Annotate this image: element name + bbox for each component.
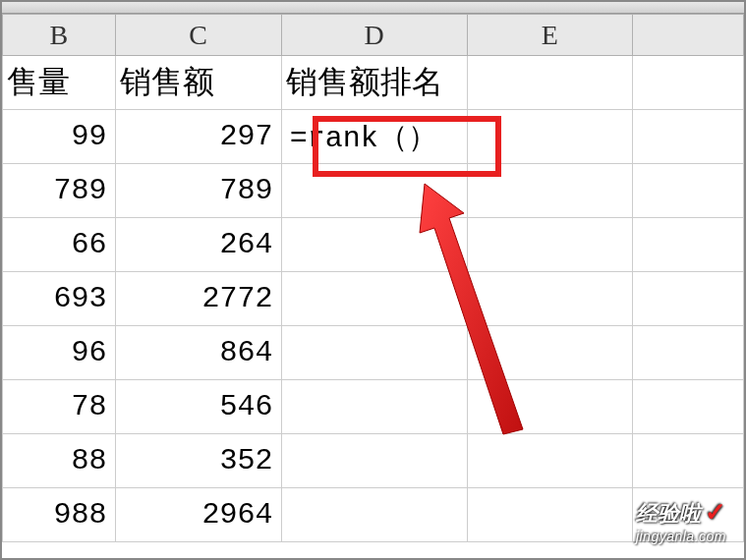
cell-e9[interactable] bbox=[467, 488, 632, 542]
cell-d8[interactable] bbox=[281, 434, 467, 488]
cell-e4[interactable] bbox=[467, 218, 632, 272]
checkmark-icon: ✓ bbox=[705, 498, 726, 527]
cell-c2[interactable]: 297 bbox=[115, 110, 281, 164]
cell-c8[interactable]: 352 bbox=[115, 434, 281, 488]
cell-f6[interactable] bbox=[633, 326, 744, 380]
cell-c3[interactable]: 789 bbox=[115, 164, 281, 218]
header-sales-amount[interactable]: 销售额 bbox=[115, 56, 281, 110]
table-row: 99 297 =rank（） bbox=[3, 110, 744, 164]
cell-e3[interactable] bbox=[467, 164, 632, 218]
cell-b2[interactable]: 99 bbox=[3, 110, 116, 164]
cell-d6[interactable] bbox=[281, 326, 467, 380]
table-row: 693 2772 bbox=[3, 272, 744, 326]
cell-c9[interactable]: 2964 bbox=[115, 488, 281, 542]
cell-d5[interactable] bbox=[281, 272, 467, 326]
cell-b7[interactable]: 78 bbox=[3, 380, 116, 434]
cell-d2-formula[interactable]: =rank（） bbox=[281, 110, 467, 164]
cell-b8[interactable]: 88 bbox=[3, 434, 116, 488]
table-header-row: 售量 销售额 销售额排名 bbox=[3, 56, 744, 110]
cell-e-header[interactable] bbox=[467, 56, 632, 110]
cell-f2[interactable] bbox=[633, 110, 744, 164]
cell-e5[interactable] bbox=[467, 272, 632, 326]
table-row: 96 864 bbox=[3, 326, 744, 380]
col-header-d[interactable]: D bbox=[281, 15, 467, 56]
cell-f-header[interactable] bbox=[633, 56, 744, 110]
spreadsheet-grid[interactable]: B C D E 售量 销售额 销售额排名 99 297 =rank（） 789 … bbox=[2, 14, 744, 542]
cell-d3[interactable] bbox=[281, 164, 467, 218]
cell-e6[interactable] bbox=[467, 326, 632, 380]
cell-e8[interactable] bbox=[467, 434, 632, 488]
window-top-bar bbox=[2, 2, 744, 14]
cell-d4[interactable] bbox=[281, 218, 467, 272]
table-row: 88 352 bbox=[3, 434, 744, 488]
cell-c7[interactable]: 546 bbox=[115, 380, 281, 434]
table-row: 66 264 bbox=[3, 218, 744, 272]
watermark-url: jingyanla.com bbox=[636, 529, 726, 544]
cell-c4[interactable]: 264 bbox=[115, 218, 281, 272]
cell-f3[interactable] bbox=[633, 164, 744, 218]
cell-e7[interactable] bbox=[467, 380, 632, 434]
col-header-c[interactable]: C bbox=[115, 15, 281, 56]
cell-f8[interactable] bbox=[633, 434, 744, 488]
cell-d9[interactable] bbox=[281, 488, 467, 542]
table-row: 789 789 bbox=[3, 164, 744, 218]
cell-b6[interactable]: 96 bbox=[3, 326, 116, 380]
watermark: 经验啦 ✓ jingyanla.com bbox=[636, 497, 726, 544]
header-sales-rank[interactable]: 销售额排名 bbox=[281, 56, 467, 110]
cell-c6[interactable]: 864 bbox=[115, 326, 281, 380]
cell-c5[interactable]: 2772 bbox=[115, 272, 281, 326]
cell-b5[interactable]: 693 bbox=[3, 272, 116, 326]
cell-f7[interactable] bbox=[633, 380, 744, 434]
header-sales-qty[interactable]: 售量 bbox=[3, 56, 116, 110]
cell-f5[interactable] bbox=[633, 272, 744, 326]
watermark-brand: 经验啦 bbox=[636, 501, 701, 526]
cell-e2[interactable] bbox=[467, 110, 632, 164]
table-row: 988 2964 bbox=[3, 488, 744, 542]
col-header-b[interactable]: B bbox=[3, 15, 116, 56]
cell-b4[interactable]: 66 bbox=[3, 218, 116, 272]
col-header-e[interactable]: E bbox=[467, 15, 632, 56]
cell-f4[interactable] bbox=[633, 218, 744, 272]
cell-b9[interactable]: 988 bbox=[3, 488, 116, 542]
cell-b3[interactable]: 789 bbox=[3, 164, 116, 218]
cell-d7[interactable] bbox=[281, 380, 467, 434]
table-row: 78 546 bbox=[3, 380, 744, 434]
column-headers-row: B C D E bbox=[3, 15, 744, 56]
col-header-f[interactable] bbox=[633, 15, 744, 56]
